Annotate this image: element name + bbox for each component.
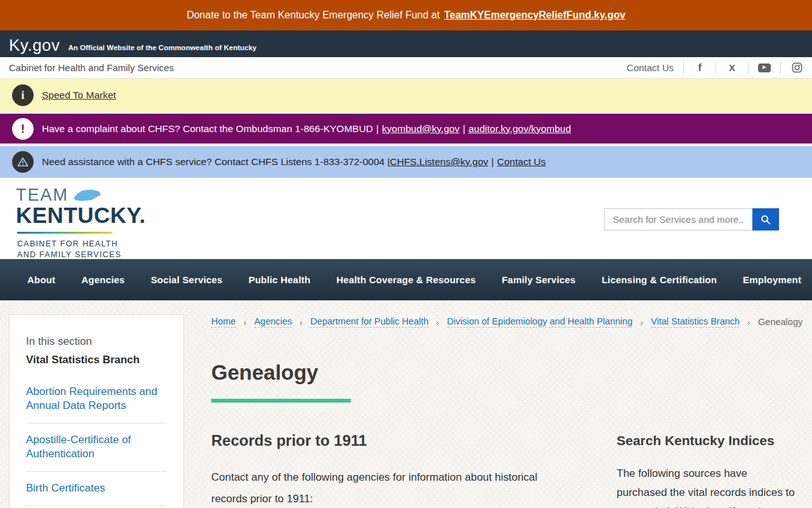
- divider: [716, 62, 716, 74]
- nav-item-public-health[interactable]: Public Health: [249, 274, 311, 285]
- donation-text: Donate to the Team Kentucky Emergency Re…: [187, 10, 440, 21]
- nav-item-family-services[interactable]: Family Services: [502, 274, 575, 285]
- ombudsman-text: Have a complaint about CHFS? Contact the…: [42, 123, 373, 135]
- content-columns: Records prior to 1911 Contact any of the…: [211, 403, 801, 508]
- divider: [748, 62, 749, 74]
- chevron-right-icon: ›: [292, 317, 310, 328]
- nav-item-licensing[interactable]: Licensing & Certification: [601, 274, 717, 285]
- logo-cabinet-line1: CABINET FOR HEALTH: [16, 239, 146, 250]
- agency-title: Cabinet for Health and Family Services: [9, 62, 174, 73]
- sidebar-item-birth-certificates[interactable]: Birth Certificates: [26, 472, 167, 506]
- nav-item-health-coverage[interactable]: Health Coverage & Resources: [336, 274, 476, 285]
- logo-kentucky-text: KENTUCKY.: [16, 204, 146, 227]
- section-sidebar: In this section Vital Statistics Branch …: [9, 314, 184, 508]
- speed-to-market-link[interactable]: Speed To Market: [42, 90, 116, 101]
- kygov-bar: Ky.gov An Official Website of the Common…: [0, 30, 812, 57]
- records-heading: Records prior to 1911: [211, 432, 557, 450]
- pipe-separator: |: [459, 123, 468, 135]
- main-column: Home › Agencies › Department for Public …: [211, 316, 801, 508]
- kentucky-state-icon: [72, 189, 102, 203]
- auditor-link[interactable]: auditor.ky.gov/kyombud: [468, 123, 571, 135]
- nav-item-about[interactable]: About: [27, 274, 55, 285]
- chevron-right-icon: ›: [740, 317, 758, 328]
- sidebar-item-abortion-reports[interactable]: Abortion Requirements and Annual Data Re…: [26, 375, 167, 424]
- youtube-icon[interactable]: [758, 62, 771, 74]
- search-icon: [760, 214, 771, 225]
- search-input[interactable]: [604, 208, 752, 231]
- team-kentucky-logo[interactable]: TEAM KENTUCKY. CABINET FOR HEALTH AND FA…: [16, 187, 146, 260]
- sidebar-title: Vital Statistics Branch: [26, 354, 167, 366]
- warning-triangle-icon: [12, 151, 34, 173]
- sidebar-links: Abortion Requirements and Annual Data Re…: [26, 375, 167, 508]
- site-search: [604, 208, 779, 231]
- agency-bar: Cabinet for Health and Family Services C…: [0, 57, 812, 79]
- logo-gradient-rule: [17, 232, 112, 234]
- x-icon[interactable]: X: [726, 62, 738, 74]
- breadcrumb-current: Genealogy: [758, 317, 802, 327]
- info-banner: i Speed To Market: [0, 79, 812, 112]
- records-paragraph: Contact any of the following agencies fo…: [211, 467, 557, 508]
- breadcrumb-home[interactable]: Home: [211, 316, 236, 328]
- exclamation-icon: !: [12, 118, 34, 140]
- search-indices-section: Search Kentucky Indices The following so…: [617, 403, 801, 508]
- divider: [780, 62, 781, 74]
- divider: [683, 62, 684, 74]
- search-indices-paragraph: The following sources have purchased the…: [617, 464, 801, 508]
- breadcrumb: Home › Agencies › Department for Public …: [211, 316, 801, 328]
- page-content: In this section Vital Statistics Branch …: [0, 300, 812, 508]
- donation-link[interactable]: TeamKYEmergencyReliefFund.ky.gov: [444, 10, 625, 21]
- official-tagline: An Official Website of the Commonwealth …: [69, 44, 257, 51]
- nav-item-social-services[interactable]: Social Services: [151, 274, 223, 285]
- chevron-right-icon: ›: [632, 317, 651, 328]
- records-section: Records prior to 1911 Contact any of the…: [211, 403, 557, 508]
- donation-banner: Donate to the Team Kentucky Emergency Re…: [0, 0, 812, 30]
- facebook-icon[interactable]: f: [693, 62, 706, 74]
- masthead: TEAM KENTUCKY. CABINET FOR HEALTH AND FA…: [0, 178, 812, 259]
- sidebar-eyebrow: In this section: [26, 335, 167, 348]
- kygov-logo[interactable]: Ky.gov: [9, 37, 60, 53]
- ombudsman-banner: ! Have a complaint about CHFS? Contact t…: [0, 114, 812, 144]
- chevron-right-icon: ›: [429, 317, 447, 328]
- contact-us-banner-link[interactable]: Contact Us: [497, 156, 546, 168]
- chfs-listens-email-link[interactable]: CHFS.Listens@ky.gov: [390, 156, 488, 168]
- nav-item-employment[interactable]: Employment: [743, 274, 801, 285]
- chevron-right-icon: ›: [236, 317, 254, 328]
- search-indices-heading: Search Kentucky Indices: [617, 433, 801, 448]
- instagram-icon[interactable]: [790, 62, 803, 74]
- chfs-listens-banner: Need assistance with a CHFS service? Con…: [0, 146, 812, 178]
- logo-team-text: TEAM: [16, 187, 69, 204]
- primary-nav: About Agencies Social Services Public He…: [0, 259, 812, 300]
- pipe-separator: |: [488, 156, 497, 168]
- agency-bar-right: Contact Us f X: [627, 62, 803, 74]
- breadcrumb-epidemiology[interactable]: Division of Epidemiology and Health Plan…: [447, 316, 633, 328]
- info-icon: i: [12, 84, 34, 106]
- nav-item-agencies[interactable]: Agencies: [81, 274, 124, 285]
- pipe-separator: |: [373, 123, 382, 135]
- breadcrumb-public-health[interactable]: Department for Public Health: [310, 316, 428, 328]
- kyombud-email-link[interactable]: kyombud@ky.gov: [382, 123, 459, 135]
- breadcrumb-agencies[interactable]: Agencies: [254, 316, 292, 328]
- search-button[interactable]: [752, 208, 779, 231]
- contact-us-link[interactable]: Contact Us: [627, 62, 674, 73]
- logo-cabinet-line2: AND FAMILY SERVICES: [16, 250, 146, 260]
- sidebar-item-apostille[interactable]: Apostille-Certificate of Authentication: [26, 424, 167, 472]
- breadcrumb-vital-statistics[interactable]: Vital Statistics Branch: [651, 316, 740, 328]
- page-title: Genealogy: [211, 361, 801, 385]
- chfs-listens-text: Need assistance with a CHFS service? Con…: [42, 156, 390, 168]
